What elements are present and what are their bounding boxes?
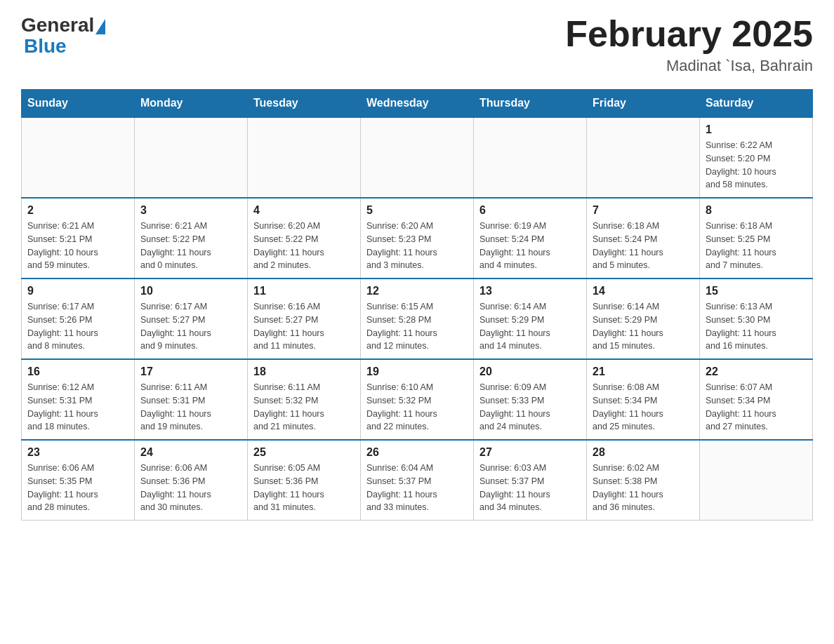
day-number: 15 (706, 285, 807, 297)
day-info: Sunrise: 6:06 AM Sunset: 5:36 PM Dayligh… (140, 462, 241, 514)
calendar-day-cell: 10Sunrise: 6:17 AM Sunset: 5:27 PM Dayli… (135, 279, 248, 359)
day-number: 3 (140, 204, 241, 217)
calendar-day-cell: 2Sunrise: 6:21 AM Sunset: 5:21 PM Daylig… (22, 198, 135, 279)
day-number: 1 (706, 123, 807, 136)
month-title: February 2025 (565, 14, 813, 54)
day-of-week-header: Tuesday (248, 90, 361, 118)
day-info: Sunrise: 6:11 AM Sunset: 5:32 PM Dayligh… (253, 381, 355, 434)
calendar-week-row: 1Sunrise: 6:22 AM Sunset: 5:20 PM Daylig… (22, 117, 813, 198)
day-number: 25 (253, 446, 355, 459)
day-info: Sunrise: 6:20 AM Sunset: 5:23 PM Dayligh… (366, 220, 468, 272)
calendar-day-cell: 26Sunrise: 6:04 AM Sunset: 5:37 PM Dayli… (361, 440, 474, 521)
day-number: 13 (479, 285, 581, 297)
day-of-week-header: Monday (135, 90, 248, 118)
calendar-day-cell: 9Sunrise: 6:17 AM Sunset: 5:26 PM Daylig… (22, 279, 135, 359)
day-number: 10 (140, 285, 241, 297)
day-info: Sunrise: 6:17 AM Sunset: 5:26 PM Dayligh… (27, 300, 128, 353)
calendar-day-cell: 24Sunrise: 6:06 AM Sunset: 5:36 PM Dayli… (135, 440, 248, 521)
calendar-day-cell: 11Sunrise: 6:16 AM Sunset: 5:27 PM Dayli… (248, 279, 361, 359)
day-of-week-header: Sunday (22, 90, 135, 118)
calendar-day-cell: 23Sunrise: 6:06 AM Sunset: 5:35 PM Dayli… (22, 440, 135, 521)
day-number: 22 (706, 365, 807, 378)
calendar-table: SundayMondayTuesdayWednesdayThursdayFrid… (21, 89, 813, 521)
calendar-day-cell: 7Sunrise: 6:18 AM Sunset: 5:24 PM Daylig… (587, 198, 700, 279)
logo-triangle-icon (95, 19, 105, 34)
day-number: 28 (593, 446, 694, 459)
day-number: 16 (27, 365, 128, 378)
calendar-week-row: 16Sunrise: 6:12 AM Sunset: 5:31 PM Dayli… (22, 359, 813, 440)
day-info: Sunrise: 6:17 AM Sunset: 5:27 PM Dayligh… (140, 300, 241, 353)
day-info: Sunrise: 6:12 AM Sunset: 5:31 PM Dayligh… (27, 381, 128, 434)
calendar-day-cell (248, 117, 361, 198)
day-info: Sunrise: 6:13 AM Sunset: 5:30 PM Dayligh… (706, 300, 807, 353)
calendar-day-cell (700, 440, 813, 521)
day-number: 26 (366, 446, 468, 459)
calendar-header-row: SundayMondayTuesdayWednesdayThursdayFrid… (22, 90, 813, 118)
calendar-day-cell: 21Sunrise: 6:08 AM Sunset: 5:34 PM Dayli… (587, 359, 700, 440)
day-number: 20 (479, 365, 581, 378)
day-number: 11 (253, 285, 355, 297)
day-info: Sunrise: 6:04 AM Sunset: 5:37 PM Dayligh… (366, 462, 468, 514)
day-number: 19 (366, 365, 468, 378)
day-number: 8 (706, 204, 807, 217)
day-of-week-header: Thursday (474, 90, 587, 118)
calendar-day-cell: 19Sunrise: 6:10 AM Sunset: 5:32 PM Dayli… (361, 359, 474, 440)
day-number: 12 (366, 285, 468, 297)
day-info: Sunrise: 6:18 AM Sunset: 5:24 PM Dayligh… (593, 220, 694, 272)
calendar-day-cell: 22Sunrise: 6:07 AM Sunset: 5:34 PM Dayli… (700, 359, 813, 440)
day-info: Sunrise: 6:02 AM Sunset: 5:38 PM Dayligh… (593, 462, 694, 514)
day-info: Sunrise: 6:07 AM Sunset: 5:34 PM Dayligh… (706, 381, 807, 434)
calendar-day-cell: 4Sunrise: 6:20 AM Sunset: 5:22 PM Daylig… (248, 198, 361, 279)
calendar-day-cell: 8Sunrise: 6:18 AM Sunset: 5:25 PM Daylig… (700, 198, 813, 279)
calendar-day-cell: 12Sunrise: 6:15 AM Sunset: 5:28 PM Dayli… (361, 279, 474, 359)
calendar-day-cell: 18Sunrise: 6:11 AM Sunset: 5:32 PM Dayli… (248, 359, 361, 440)
day-number: 9 (27, 285, 128, 297)
day-info: Sunrise: 6:14 AM Sunset: 5:29 PM Dayligh… (479, 300, 581, 353)
day-of-week-header: Saturday (700, 90, 813, 118)
calendar-day-cell: 16Sunrise: 6:12 AM Sunset: 5:31 PM Dayli… (22, 359, 135, 440)
day-number: 18 (253, 365, 355, 378)
day-number: 21 (593, 365, 694, 378)
calendar-day-cell: 27Sunrise: 6:03 AM Sunset: 5:37 PM Dayli… (474, 440, 587, 521)
day-info: Sunrise: 6:22 AM Sunset: 5:20 PM Dayligh… (706, 139, 807, 192)
calendar-day-cell (135, 117, 248, 198)
logo: General Blue (21, 14, 105, 58)
day-info: Sunrise: 6:08 AM Sunset: 5:34 PM Dayligh… (593, 381, 694, 434)
calendar-day-cell: 28Sunrise: 6:02 AM Sunset: 5:38 PM Dayli… (587, 440, 700, 521)
calendar-day-cell: 15Sunrise: 6:13 AM Sunset: 5:30 PM Dayli… (700, 279, 813, 359)
calendar-week-row: 9Sunrise: 6:17 AM Sunset: 5:26 PM Daylig… (22, 279, 813, 359)
day-info: Sunrise: 6:05 AM Sunset: 5:36 PM Dayligh… (253, 462, 355, 514)
logo-blue-text: Blue (21, 35, 67, 58)
day-info: Sunrise: 6:15 AM Sunset: 5:28 PM Dayligh… (366, 300, 468, 353)
calendar-day-cell: 20Sunrise: 6:09 AM Sunset: 5:33 PM Dayli… (474, 359, 587, 440)
calendar-day-cell: 25Sunrise: 6:05 AM Sunset: 5:36 PM Dayli… (248, 440, 361, 521)
day-info: Sunrise: 6:10 AM Sunset: 5:32 PM Dayligh… (366, 381, 468, 434)
day-number: 17 (140, 365, 241, 378)
day-info: Sunrise: 6:18 AM Sunset: 5:25 PM Dayligh… (706, 220, 807, 272)
day-info: Sunrise: 6:19 AM Sunset: 5:24 PM Dayligh… (479, 220, 581, 272)
day-number: 4 (253, 204, 355, 217)
calendar-day-cell (361, 117, 474, 198)
calendar-day-cell: 1Sunrise: 6:22 AM Sunset: 5:20 PM Daylig… (700, 117, 813, 198)
calendar-day-cell: 5Sunrise: 6:20 AM Sunset: 5:23 PM Daylig… (361, 198, 474, 279)
day-info: Sunrise: 6:21 AM Sunset: 5:21 PM Dayligh… (27, 220, 128, 272)
day-info: Sunrise: 6:21 AM Sunset: 5:22 PM Dayligh… (140, 220, 241, 272)
page-header: General Blue February 2025 Madinat `Isa,… (21, 14, 813, 75)
calendar-week-row: 23Sunrise: 6:06 AM Sunset: 5:35 PM Dayli… (22, 440, 813, 521)
calendar-day-cell: 17Sunrise: 6:11 AM Sunset: 5:31 PM Dayli… (135, 359, 248, 440)
title-section: February 2025 Madinat `Isa, Bahrain (565, 14, 813, 75)
day-number: 6 (479, 204, 581, 217)
day-number: 27 (479, 446, 581, 459)
day-info: Sunrise: 6:09 AM Sunset: 5:33 PM Dayligh… (479, 381, 581, 434)
day-info: Sunrise: 6:11 AM Sunset: 5:31 PM Dayligh… (140, 381, 241, 434)
day-number: 7 (593, 204, 694, 217)
day-number: 24 (140, 446, 241, 459)
calendar-day-cell (22, 117, 135, 198)
day-of-week-header: Wednesday (361, 90, 474, 118)
day-info: Sunrise: 6:14 AM Sunset: 5:29 PM Dayligh… (593, 300, 694, 353)
day-info: Sunrise: 6:03 AM Sunset: 5:37 PM Dayligh… (479, 462, 581, 514)
calendar-day-cell: 3Sunrise: 6:21 AM Sunset: 5:22 PM Daylig… (135, 198, 248, 279)
calendar-day-cell: 14Sunrise: 6:14 AM Sunset: 5:29 PM Dayli… (587, 279, 700, 359)
day-number: 2 (27, 204, 128, 217)
day-number: 23 (27, 446, 128, 459)
